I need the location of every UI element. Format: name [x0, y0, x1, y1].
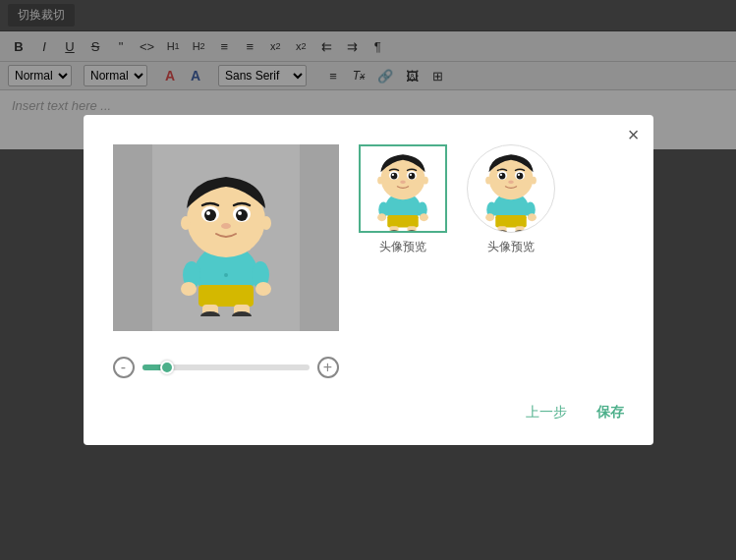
circle-preview-item: 头像预览 — [467, 144, 555, 255]
crop-modal: × — [84, 115, 653, 445]
svg-point-16 — [236, 209, 248, 221]
svg-point-42 — [423, 177, 428, 185]
svg-point-30 — [377, 213, 386, 221]
svg-point-57 — [499, 174, 501, 176]
slider-thumb[interactable] — [160, 361, 174, 374]
svg-point-8 — [181, 282, 197, 296]
svg-point-13 — [204, 209, 216, 221]
svg-point-59 — [516, 173, 523, 180]
svg-point-36 — [391, 174, 393, 176]
svg-point-19 — [181, 216, 191, 230]
svg-point-21 — [224, 273, 228, 277]
svg-point-31 — [419, 213, 427, 221]
circle-preview — [467, 144, 555, 233]
svg-rect-25 — [407, 226, 416, 233]
svg-point-62 — [485, 177, 491, 185]
modal-content: - + — [113, 144, 624, 378]
square-preview-label: 头像预览 — [379, 239, 426, 255]
svg-point-41 — [377, 177, 383, 185]
svg-rect-24 — [389, 226, 398, 233]
svg-point-38 — [408, 173, 415, 180]
svg-point-35 — [390, 173, 397, 180]
zoom-in-button[interactable]: + — [317, 357, 339, 378]
zoom-out-button[interactable]: - — [113, 357, 135, 378]
svg-point-40 — [400, 181, 406, 184]
left-panel: - + — [113, 144, 339, 378]
svg-point-51 — [485, 213, 494, 221]
slider-area: - + — [113, 357, 339, 378]
svg-point-39 — [409, 174, 411, 176]
slider-track[interactable] — [142, 364, 310, 370]
svg-point-20 — [261, 216, 271, 230]
svg-point-14 — [206, 211, 210, 215]
svg-point-60 — [517, 174, 519, 176]
preview-row: 头像预览 — [359, 144, 624, 255]
preview-character-square — [368, 144, 437, 233]
svg-point-61 — [508, 181, 514, 184]
svg-rect-1 — [198, 285, 254, 307]
preview-character-circle — [477, 144, 545, 233]
back-button[interactable]: 上一步 — [526, 404, 567, 421]
svg-rect-44 — [495, 215, 527, 227]
svg-point-52 — [527, 213, 536, 221]
svg-rect-45 — [497, 226, 506, 233]
circle-preview-label: 头像预览 — [487, 239, 535, 255]
preview-area: 头像预览 — [359, 144, 624, 255]
modal-footer: 上一步 保存 — [113, 394, 624, 421]
crop-image — [157, 154, 295, 321]
square-preview-item: 头像预览 — [359, 144, 447, 255]
modal-overlay: × — [0, 0, 736, 560]
modal-close-button[interactable]: × — [628, 125, 640, 144]
character-image — [167, 159, 285, 316]
svg-rect-46 — [515, 226, 524, 233]
svg-point-56 — [498, 173, 505, 180]
save-button[interactable]: 保存 — [596, 404, 624, 421]
svg-point-63 — [531, 177, 537, 185]
svg-point-17 — [238, 211, 242, 215]
square-preview — [359, 144, 447, 233]
svg-rect-23 — [387, 215, 419, 227]
crop-area[interactable] — [113, 144, 339, 331]
svg-point-9 — [255, 282, 271, 296]
svg-point-18 — [221, 223, 231, 229]
